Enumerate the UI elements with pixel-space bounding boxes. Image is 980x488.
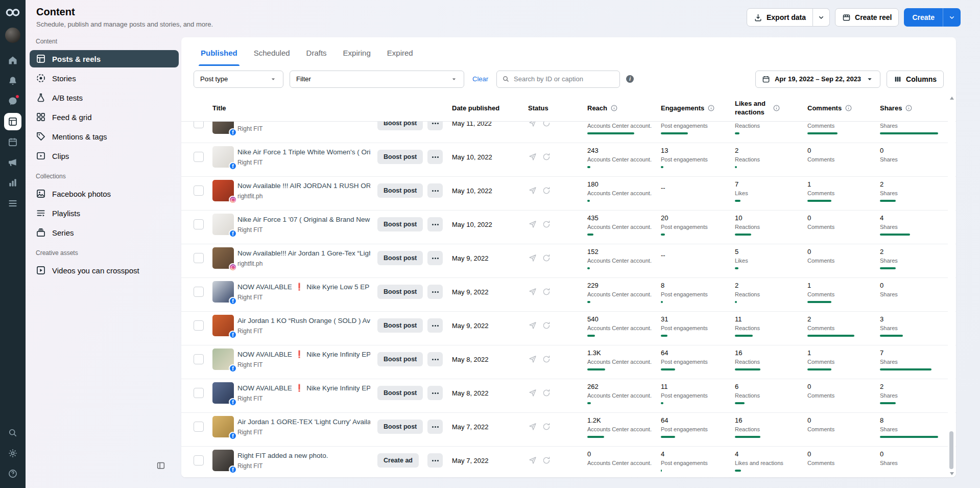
- rail-item-search[interactable]: [3, 423, 23, 443]
- create-button[interactable]: Create: [904, 8, 943, 27]
- post-title[interactable]: [237, 122, 370, 123]
- post-title[interactable]: NOW AVAILABLE ❗ Nike Kyrie Infinity EP '…: [237, 384, 370, 393]
- more-options-button[interactable]: [427, 217, 443, 231]
- filter-select[interactable]: Filter: [290, 71, 464, 88]
- post-thumbnail[interactable]: f: [212, 315, 234, 336]
- row-checkbox[interactable]: [194, 388, 204, 398]
- scrollbar-thumb[interactable]: [949, 431, 953, 469]
- more-options-button[interactable]: [427, 352, 443, 366]
- row-checkbox[interactable]: [194, 455, 204, 466]
- info-icon[interactable]: [773, 104, 780, 112]
- row-checkbox[interactable]: [194, 253, 204, 263]
- export-data-button[interactable]: Export data: [747, 8, 813, 27]
- more-options-button[interactable]: [427, 420, 443, 434]
- info-icon[interactable]: [845, 104, 852, 112]
- rail-item-ads[interactable]: [3, 152, 23, 173]
- rail-item-settings[interactable]: [3, 443, 23, 463]
- search-info-icon[interactable]: i: [626, 75, 634, 83]
- more-options-button[interactable]: [427, 453, 443, 468]
- sidebar-item-facebook-photos[interactable]: Facebook photos: [30, 184, 179, 203]
- post-thumbnail[interactable]: f: [212, 214, 234, 235]
- row-checkbox[interactable]: [194, 152, 204, 162]
- rail-item-content[interactable]: [3, 111, 23, 132]
- row-checkbox[interactable]: [194, 185, 204, 196]
- sidebar-item-posts-reels[interactable]: Posts & reels: [30, 50, 179, 67]
- rail-item-insights[interactable]: [3, 173, 23, 193]
- create-reel-button[interactable]: Create reel: [835, 8, 899, 27]
- tab-published[interactable]: Published: [194, 42, 245, 66]
- post-thumbnail[interactable]: [212, 180, 234, 201]
- post-title[interactable]: Air Jordan 1 KO “Rush Orange ( SOLD ) Av…: [237, 316, 370, 326]
- boost-post-button[interactable]: Boost post: [377, 420, 423, 434]
- sidebar-item-a-b-tests[interactable]: A/B tests: [30, 88, 179, 107]
- row-checkbox[interactable]: [194, 422, 204, 432]
- rail-item-all-tools[interactable]: [3, 193, 23, 214]
- sidebar-item-clips[interactable]: Clips: [30, 146, 179, 166]
- more-options-button[interactable]: [427, 150, 443, 164]
- create-menu-button[interactable]: [943, 8, 961, 27]
- tab-expiring[interactable]: Expiring: [336, 42, 378, 66]
- boost-post-button[interactable]: Boost post: [377, 150, 423, 164]
- post-title[interactable]: Air Jordan 1 GORE-TEX 'Light Curry' Avai…: [237, 417, 370, 427]
- row-checkbox[interactable]: [194, 219, 204, 229]
- sidebar-item-series[interactable]: Series: [30, 223, 179, 242]
- row-checkbox[interactable]: [194, 122, 204, 128]
- row-checkbox[interactable]: [194, 287, 204, 297]
- boost-post-button[interactable]: Boost post: [377, 352, 423, 366]
- tab-drafts[interactable]: Drafts: [299, 42, 334, 66]
- tab-expired[interactable]: Expired: [380, 42, 420, 66]
- sidebar-item-videos-you-can-crosspost[interactable]: Videos you can crosspost: [30, 261, 179, 280]
- more-options-button[interactable]: [427, 251, 443, 265]
- boost-post-button[interactable]: Boost post: [377, 217, 423, 231]
- sidebar-item-playlists[interactable]: Playlists: [30, 203, 179, 223]
- clear-filters-link[interactable]: Clear: [472, 75, 488, 83]
- post-thumbnail[interactable]: f: [212, 382, 234, 404]
- collapse-sidebar-button[interactable]: [156, 461, 165, 472]
- more-options-button[interactable]: [427, 318, 443, 333]
- post-title[interactable]: Now Available!!! Air Jordan 1 Gore-Tex “…: [237, 249, 370, 258]
- sidebar-item-stories[interactable]: Stories: [30, 68, 179, 88]
- create-ad-button[interactable]: Create ad: [377, 453, 419, 468]
- post-title[interactable]: Nike Air Force 1 Triple White Women's ( …: [237, 148, 370, 157]
- more-options-button[interactable]: [427, 122, 443, 130]
- more-options-button[interactable]: [427, 183, 443, 198]
- post-title[interactable]: Right FIT added a new photo.: [237, 451, 370, 460]
- tab-scheduled[interactable]: Scheduled: [247, 42, 297, 66]
- post-thumbnail[interactable]: f: [212, 281, 234, 303]
- post-title[interactable]: Now Available !!! AIR JORDAN 1 RUSH ORA.…: [237, 181, 370, 191]
- info-icon[interactable]: [707, 104, 715, 112]
- boost-post-button[interactable]: Boost post: [377, 183, 423, 198]
- meta-logo-icon[interactable]: [4, 6, 21, 18]
- sidebar-item-feed-grid[interactable]: Feed & grid: [30, 107, 179, 127]
- rail-item-messages[interactable]: [3, 91, 23, 111]
- more-options-button[interactable]: [427, 285, 443, 299]
- sidebar-item-mentions-tags[interactable]: Mentions & tags: [30, 127, 179, 146]
- table-scrollbar[interactable]: [948, 95, 955, 477]
- rail-item-help[interactable]: [3, 463, 23, 484]
- post-title[interactable]: NOW AVAILABLE ❗ Nike Kyrie Low 5 EP 'CH.…: [237, 283, 370, 292]
- post-type-select[interactable]: Post type: [194, 71, 283, 88]
- post-thumbnail[interactable]: f: [212, 122, 234, 134]
- columns-button[interactable]: Columns: [887, 71, 944, 88]
- export-data-menu-button[interactable]: [813, 8, 830, 27]
- info-icon[interactable]: [905, 104, 913, 112]
- post-thumbnail[interactable]: [212, 247, 234, 269]
- post-thumbnail[interactable]: f: [212, 416, 234, 437]
- scrollbar-track[interactable]: [948, 100, 955, 472]
- post-thumbnail[interactable]: f: [212, 146, 234, 168]
- rail-item-planner[interactable]: [3, 132, 23, 152]
- rail-item-notifications[interactable]: [3, 71, 23, 91]
- rail-item-home[interactable]: [3, 50, 23, 71]
- search-input[interactable]: [514, 75, 614, 83]
- row-checkbox[interactable]: [194, 320, 204, 331]
- boost-post-button[interactable]: Boost post: [377, 285, 423, 299]
- boost-post-button[interactable]: Boost post: [377, 386, 423, 400]
- info-icon[interactable]: [610, 104, 618, 112]
- row-checkbox[interactable]: [194, 354, 204, 364]
- post-title[interactable]: Nike Air Force 1 '07 ( Original & Brand …: [237, 215, 370, 224]
- post-title[interactable]: NOW AVAILABLE ❗ Nike Kyrie Infinity EP '…: [237, 350, 370, 359]
- date-range-picker[interactable]: Apr 19, 2022 – Sep 22, 2023: [755, 71, 880, 88]
- post-thumbnail[interactable]: f: [212, 450, 234, 471]
- boost-post-button[interactable]: Boost post: [377, 318, 423, 333]
- boost-post-button[interactable]: Boost post: [377, 251, 423, 265]
